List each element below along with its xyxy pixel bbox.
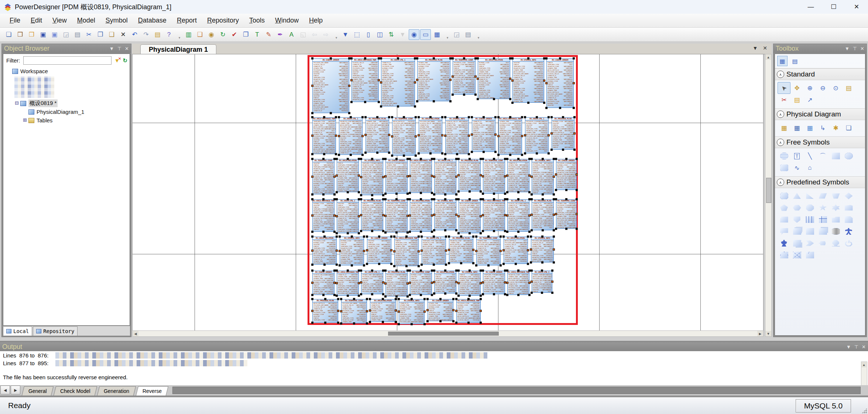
tab-scroll-left-button[interactable]: ◀	[0, 386, 10, 394]
selection-handle[interactable]	[347, 295, 349, 297]
selection-handle[interactable]	[338, 135, 340, 137]
selection-handle[interactable]	[414, 105, 416, 108]
selection-handle[interactable]	[384, 282, 387, 285]
selection-handle[interactable]	[553, 193, 555, 196]
selection-handle[interactable]	[509, 154, 511, 156]
selection-handle[interactable]	[548, 116, 550, 118]
open-model-button[interactable]: ❒	[26, 29, 37, 40]
selection-handle[interactable]	[506, 269, 508, 272]
selection-handle[interactable]	[452, 298, 454, 300]
selection-handle[interactable]	[360, 230, 362, 232]
selection-handle[interactable]	[398, 323, 400, 325]
selection-handle[interactable]	[573, 57, 575, 60]
selection-handle[interactable]	[521, 116, 523, 118]
selection-handle[interactable]	[311, 235, 313, 238]
selection-handle[interactable]	[531, 269, 533, 272]
properties-tool[interactable]: ▤	[842, 82, 855, 94]
selection-handle[interactable]	[444, 269, 446, 272]
selection-handle[interactable]	[311, 214, 313, 217]
selection-handle[interactable]	[517, 294, 519, 296]
selection-handle[interactable]	[420, 294, 422, 296]
star5-symbol[interactable]	[816, 202, 829, 214]
selection-handle[interactable]	[506, 282, 508, 284]
selection-handle[interactable]	[395, 158, 398, 160]
selection-handle[interactable]	[366, 298, 368, 300]
selection-handle[interactable]	[353, 322, 355, 325]
selection-handle[interactable]	[311, 85, 313, 87]
help-button[interactable]: ?	[164, 29, 174, 40]
selection-handle[interactable]	[322, 294, 325, 296]
panel-menu-icon[interactable]: ▼	[109, 46, 114, 51]
selection-handle[interactable]	[409, 282, 411, 284]
file-tool[interactable]: ❏	[842, 122, 855, 134]
selection-handle[interactable]	[469, 158, 471, 160]
selection-handle[interactable]	[456, 153, 458, 155]
selection-handle[interactable]	[576, 189, 578, 191]
canvas-horizontal-scrollbar[interactable]: ◀ ▶	[132, 330, 764, 337]
selection-handle[interactable]	[527, 102, 529, 104]
table-symbol[interactable]: RU_ARCH_UTIL_1SOURCE_OBJ_IDVARCHAR(255)C…	[507, 199, 529, 232]
selection-handle[interactable]	[482, 214, 484, 216]
selection-handle[interactable]	[445, 250, 447, 252]
output-tab-reverse[interactable]: Reverse	[136, 386, 168, 396]
selection-handle[interactable]	[360, 158, 362, 160]
reference-tool[interactable]: ↳	[816, 122, 829, 134]
table-symbol[interactable]: RU_ARCH_UTIL_1CREATE_TIMEVARCHAR(255)ARC…	[532, 271, 552, 293]
selection-handle[interactable]	[441, 116, 443, 118]
selection-handle[interactable]	[324, 298, 326, 300]
selection-handle[interactable]	[550, 132, 553, 135]
selection-handle[interactable]	[500, 250, 502, 252]
paste-as-shortcut-button[interactable]: ❑	[195, 29, 205, 40]
selection-handle[interactable]	[433, 235, 435, 238]
selection-handle[interactable]	[347, 191, 349, 193]
selection-handle[interactable]	[395, 231, 398, 234]
menu-model[interactable]: Model	[72, 15, 100, 26]
selection-handle[interactable]	[423, 323, 426, 325]
selection-handle[interactable]	[515, 263, 517, 265]
toolbox-header[interactable]: Toolbox ▼ ⊤ ✕	[773, 44, 867, 53]
selection-handle[interactable]	[542, 229, 544, 231]
selection-handle[interactable]	[502, 263, 505, 265]
grid-view-button[interactable]: ▦	[432, 29, 442, 40]
selection-handle[interactable]	[441, 134, 443, 136]
selection-handle[interactable]	[340, 310, 342, 312]
selection-handle[interactable]	[416, 100, 418, 102]
selection-handle[interactable]	[388, 116, 390, 118]
selection-handle[interactable]	[576, 158, 578, 160]
selection-handle[interactable]	[429, 116, 432, 118]
table-symbol[interactable]: RU_ARCH_RELATIONRELATION_CONFTEXTCREATE_…	[410, 199, 432, 232]
selection-handle[interactable]	[517, 198, 519, 200]
selection-handle[interactable]	[420, 269, 422, 272]
selection-handle[interactable]	[398, 310, 400, 313]
table-symbol[interactable]: RU_TEMPLATE_CONFUPDATE_TIMETINYINT(4)PRO…	[556, 199, 577, 229]
selection-handle[interactable]	[444, 292, 446, 295]
print-button[interactable]: ▤	[72, 29, 83, 40]
polygon-symbol[interactable]: ⌂	[803, 162, 816, 174]
menu-file[interactable]: File	[4, 15, 25, 26]
selection-handle[interactable]	[553, 248, 555, 251]
selection-handle[interactable]	[500, 235, 502, 238]
selection-handle[interactable]	[480, 322, 482, 324]
selection-handle[interactable]	[494, 151, 497, 153]
selection-handle[interactable]	[471, 116, 473, 118]
selection-handle[interactable]	[573, 107, 575, 109]
selection-handle[interactable]	[548, 152, 550, 155]
close-icon[interactable]: ✕	[125, 46, 129, 51]
table-symbol[interactable]: RU_STENCIL_INFOCREATOR_IDVARCHAR(64)UPDA…	[399, 299, 425, 324]
table-symbol[interactable]: RU_CHECK_ORDERPROCESS_DEF_NAMEVARCHAR(50…	[312, 58, 349, 113]
selection-handle[interactable]	[573, 116, 576, 118]
find-objects-button[interactable]: ◉	[206, 29, 217, 40]
selection-handle[interactable]	[415, 155, 417, 157]
selection-handle[interactable]	[524, 116, 526, 118]
list-mode-button[interactable]: ▤	[790, 56, 800, 66]
delete-button[interactable]: ✕	[118, 29, 128, 40]
table-symbol[interactable]: RU_TEMPLATE_CONFDELETEDTINYINT(4)STATUSV…	[312, 159, 334, 194]
table-symbol[interactable]: RU_ARCH_INSTANCE_TMPCREATE_TIMEDATETIMEA…	[410, 159, 432, 193]
selection-handle[interactable]	[545, 82, 548, 84]
selection-handle[interactable]	[336, 232, 338, 234]
redo-button[interactable]: ↷	[141, 29, 151, 40]
selection-handle[interactable]	[353, 298, 355, 300]
table-symbol[interactable]: RU_ARCH_UTIL_1RELATION_CONFVARCHAR(255)C…	[339, 117, 363, 155]
selection-handle[interactable]	[457, 198, 460, 200]
selection-handle[interactable]	[337, 310, 339, 312]
